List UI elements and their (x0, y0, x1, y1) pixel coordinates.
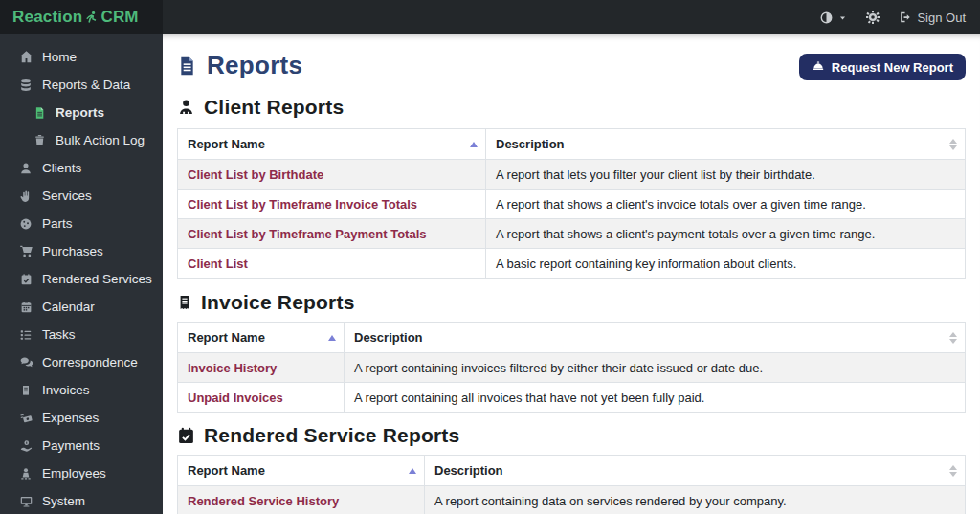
sidebar-item-invoices[interactable]: Invoices (0, 376, 163, 404)
sidebar-item-reports[interactable]: Reports (0, 99, 163, 126)
report-link[interactable]: Unpaid Invoices (188, 391, 283, 405)
sort-ascending-icon (409, 468, 416, 474)
table-row: Client List by Birthdate A report that l… (178, 160, 966, 190)
report-description: A basic report containing key informatio… (486, 249, 966, 279)
calendar-icon (18, 300, 33, 315)
app-window: Reaction CRM (0, 0, 980, 514)
sidebar-item-clients[interactable]: Clients (0, 154, 163, 182)
sidebar-item-services[interactable]: Services (0, 182, 163, 210)
table-row: Client List by Timeframe Invoice Totals … (178, 190, 966, 219)
receipt-icon (177, 293, 192, 312)
sidebar-item-label: Clients (42, 161, 81, 175)
table-row: Client List A basic report containing ke… (178, 249, 966, 279)
gear-icon (865, 10, 880, 25)
sidebar-item-label: System (42, 494, 85, 508)
request-new-report-button[interactable]: Request New Report (799, 54, 966, 80)
circle-half-stroke-icon (819, 11, 834, 25)
sidebar-item-label: Purchases (42, 244, 103, 258)
sort-unsorted-icon (949, 465, 957, 477)
runner-icon (84, 11, 99, 25)
sidebar-item-label: Services (42, 189, 92, 203)
invoice-reports-table: Report Name Description Invoice History … (177, 322, 966, 413)
sidebar-item-label: Bulk Action Log (56, 133, 145, 147)
sidebar-item-rendered-services[interactable]: Rendered Services (0, 265, 163, 293)
desktop-icon (18, 494, 33, 509)
brand-logo[interactable]: Reaction CRM (0, 0, 163, 34)
report-description: A report containing invoices filtered by… (345, 353, 966, 383)
client-reports-table: Report Name Description Client List by B… (177, 128, 966, 279)
sidebar-item-correspondence[interactable]: Correspondence (0, 348, 163, 376)
sidebar-item-expenses[interactable]: Expenses (0, 404, 163, 432)
column-header-report-name[interactable]: Report Name (178, 323, 345, 353)
sidebar-item-label: Payments (42, 438, 100, 453)
employee-icon (18, 466, 33, 481)
report-description: A report that shows a client's payment t… (486, 219, 966, 249)
sidebar-item-label: Rendered Services (42, 272, 152, 286)
report-link[interactable]: Rendered Service History (188, 494, 339, 508)
sidebar-item-label: Invoices (42, 383, 90, 397)
sidebar-item-label: Correspondence (42, 355, 138, 369)
report-description: A report containing all invoices that ha… (345, 383, 966, 413)
sort-ascending-icon (470, 142, 478, 147)
table-row: Client List by Timeframe Payment Totals … (178, 219, 966, 249)
top-navbar: Reaction CRM (0, 0, 980, 34)
settings-button[interactable] (865, 10, 880, 25)
column-header-description[interactable]: Description (486, 129, 966, 160)
report-description: A report that shows a client's invoice t… (486, 190, 966, 219)
sidebar-item-label: Parts (42, 216, 73, 231)
table-row: Invoice History A report containing invo… (178, 353, 966, 383)
sidebar: Home Reports & Data Reports Bulk Action … (0, 34, 163, 514)
table-header-row: Report Name Description (178, 323, 966, 353)
brand-part1: Reaction (12, 8, 82, 27)
sidebar-item-tasks[interactable]: Tasks (0, 321, 163, 348)
calendar-check-icon (18, 272, 33, 287)
trash-bucket-icon (32, 133, 47, 148)
table-header-row: Report Name Description (178, 456, 966, 486)
report-link[interactable]: Invoice History (188, 361, 277, 375)
sign-out-button[interactable]: Sign Out (899, 11, 966, 25)
report-link[interactable]: Client List (188, 257, 248, 271)
file-report-icon (32, 105, 47, 121)
sidebar-item-payments[interactable]: Payments (0, 432, 163, 459)
sidebar-item-label: Tasks (42, 327, 76, 342)
report-link[interactable]: Client List by Birthdate (188, 168, 323, 182)
sidebar-item-label: Calendar (42, 300, 95, 314)
column-header-report-name[interactable]: Report Name (178, 129, 486, 160)
brand-part2: CRM (100, 8, 138, 27)
page-header: Reports Request New Report (177, 51, 966, 80)
hand-icon (18, 189, 33, 204)
cart-icon (18, 244, 33, 259)
rendered-service-reports-table: Report Name Description Rendered Service… (177, 455, 966, 514)
sidebar-item-reports-data[interactable]: Reports & Data (0, 71, 163, 99)
column-header-description[interactable]: Description (425, 456, 966, 486)
sidebar-item-system[interactable]: System (0, 487, 163, 514)
sidebar-item-purchases[interactable]: Purchases (0, 237, 163, 265)
report-description: A report containing data on services ren… (425, 486, 966, 514)
section-title-invoice-reports: Invoice Reports (177, 291, 966, 314)
sidebar-item-label: Reports & Data (42, 78, 130, 92)
sidebar-item-bulk-action-log[interactable]: Bulk Action Log (0, 126, 163, 154)
sidebar-item-employees[interactable]: Employees (0, 459, 163, 487)
report-link[interactable]: Client List by Timeframe Payment Totals (188, 227, 426, 241)
report-link[interactable]: Client List by Timeframe Invoice Totals (188, 197, 417, 212)
sidebar-item-calendar[interactable]: Calendar (0, 293, 163, 321)
sort-ascending-icon (328, 335, 336, 341)
table-header-row: Report Name Description (178, 129, 966, 160)
column-header-report-name[interactable]: Report Name (178, 456, 425, 486)
person-icon (18, 161, 33, 176)
sidebar-item-home[interactable]: Home (0, 43, 163, 71)
cog-icon (18, 216, 33, 232)
navbar-actions: Sign Out (819, 0, 980, 34)
section-title-client-reports: Client Reports (177, 96, 966, 119)
table-row: Unpaid Invoices A report containing all … (178, 383, 966, 413)
table-row: Rendered Service History A report contai… (178, 486, 966, 514)
sidebar-item-parts[interactable]: Parts (0, 210, 163, 237)
column-header-description[interactable]: Description (345, 323, 966, 353)
receipt-icon (18, 383, 33, 398)
report-description: A report that lets you filter your clien… (486, 160, 966, 190)
payment-icon (18, 438, 33, 454)
home-icon (18, 50, 33, 65)
task-list-icon (18, 327, 33, 343)
caret-down-icon (838, 13, 847, 22)
theme-toggle-button[interactable] (819, 11, 847, 25)
